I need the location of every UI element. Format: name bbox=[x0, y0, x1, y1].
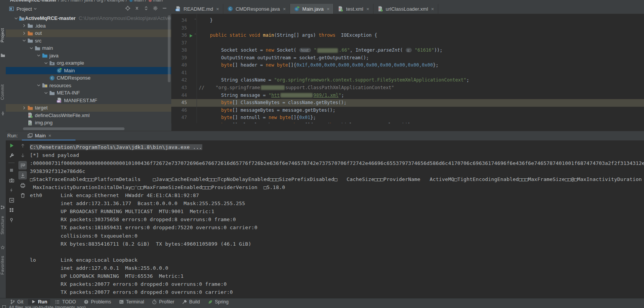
breadcrumb-item[interactable]: main bbox=[70, 0, 80, 3]
close-icon[interactable]: × bbox=[327, 6, 330, 12]
toolwindow-button-profiler[interactable]: Profiler bbox=[149, 299, 177, 305]
breadcrumb-item[interactable]: java bbox=[84, 0, 93, 3]
tab-main-java[interactable]: CMain.java× bbox=[290, 4, 334, 14]
tool-stripe-favorites[interactable]: Favorites bbox=[0, 253, 6, 278]
console-line: [*] send payload bbox=[30, 151, 644, 159]
run-console[interactable]: C:\Penetration\ProgramTools\Java\jdk1.8\… bbox=[30, 140, 644, 298]
settings-icon[interactable] bbox=[152, 5, 158, 11]
run-tab-main[interactable]: Main× bbox=[24, 131, 54, 140]
toolwindow-button-todo[interactable]: TODO bbox=[52, 299, 79, 305]
close-icon[interactable]: × bbox=[431, 6, 434, 12]
close-icon[interactable]: × bbox=[216, 6, 219, 12]
close-icon[interactable]: × bbox=[366, 6, 369, 12]
tab-readme-md[interactable]: MDREADME.md× bbox=[171, 4, 223, 14]
close-icon[interactable]: × bbox=[48, 133, 51, 139]
restore-button[interactable] bbox=[7, 196, 16, 204]
tree-item-out[interactable]: out bbox=[6, 29, 171, 37]
chevron-down-icon[interactable] bbox=[35, 83, 42, 88]
folder-tool-icon[interactable] bbox=[0, 53, 5, 58]
code-token: byte bbox=[330, 122, 341, 123]
chevron-right-icon[interactable] bbox=[21, 31, 27, 36]
tree-item-main[interactable]: CMain bbox=[6, 67, 171, 75]
code-line: } bbox=[199, 17, 213, 24]
chevron-down-icon[interactable] bbox=[43, 60, 49, 66]
pin-button[interactable] bbox=[7, 216, 16, 224]
stop-button[interactable] bbox=[7, 166, 16, 174]
tab-urlclassloader-xml[interactable]: urlClassLoader.xml× bbox=[374, 4, 438, 14]
commit-tool-icon[interactable] bbox=[0, 111, 5, 116]
tab-cmdresponse-java[interactable]: CCMDResponse.java× bbox=[223, 4, 290, 14]
zap-button[interactable] bbox=[7, 186, 16, 194]
tree-horizontal-scrollbar[interactable] bbox=[23, 127, 125, 130]
grid-button[interactable] bbox=[7, 206, 16, 214]
chevron-down-icon[interactable] bbox=[21, 38, 27, 43]
collapse-all-icon[interactable] bbox=[134, 5, 140, 11]
tree-item-resources[interactable]: resources bbox=[6, 82, 171, 90]
chevron-down-icon[interactable] bbox=[33, 7, 38, 11]
tool-stripe-commit[interactable]: Commit bbox=[0, 79, 6, 106]
breadcrumb-item[interactable]: example bbox=[107, 0, 125, 3]
tree-item--idea[interactable]: .idea bbox=[6, 22, 171, 30]
chevron-down-icon[interactable] bbox=[35, 53, 42, 58]
tree-item-img-png[interactable]: img.png bbox=[6, 119, 171, 127]
project-panel: Project ActiveMqRCE-masterC:\Users\Anony… bbox=[6, 4, 172, 131]
tree-item-activemqrce-master[interactable]: ActiveMqRCE-masterC:\Users\Anonymous\Des… bbox=[6, 15, 171, 22]
tab-test-xml[interactable]: test.xml× bbox=[334, 4, 373, 14]
tree-item-label: CMDResponse bbox=[57, 75, 90, 81]
breadcrumb-item[interactable]: main bbox=[153, 0, 163, 3]
chevron-down-icon[interactable] bbox=[13, 16, 19, 21]
locate-icon[interactable] bbox=[125, 5, 131, 11]
close-icon[interactable]: × bbox=[283, 6, 286, 12]
arrow-up-button[interactable] bbox=[18, 141, 27, 150]
svg-text:C: C bbox=[229, 7, 231, 11]
tree-item-main[interactable]: main bbox=[6, 44, 171, 52]
toolwindow-button-git[interactable]: Git bbox=[7, 299, 26, 305]
chevron-down-icon[interactable] bbox=[43, 90, 49, 96]
breadcrumb-item[interactable]: org bbox=[97, 0, 103, 3]
line-number: 47 bbox=[171, 114, 187, 122]
breadcrumb-item[interactable]: Main bbox=[134, 0, 144, 3]
expand-all-icon[interactable] bbox=[143, 5, 149, 11]
tree-item-meta-inf[interactable]: META-INF bbox=[6, 89, 171, 97]
chevron-down-icon[interactable] bbox=[28, 46, 34, 51]
tool-stripe-project[interactable]: Project bbox=[0, 21, 6, 50]
camera-button[interactable] bbox=[7, 176, 16, 184]
hide-icon[interactable] bbox=[162, 5, 167, 11]
breadcrumb-item[interactable]: ActiveMqRCE-master bbox=[10, 0, 57, 3]
toolwindow-button-terminal[interactable]: Terminal bbox=[116, 299, 147, 305]
chevron-right-icon[interactable] bbox=[21, 105, 27, 111]
tool-stripe-structure[interactable]: Structure bbox=[0, 212, 6, 238]
tree-item-label: resources bbox=[49, 83, 71, 88]
scroll-end-button[interactable] bbox=[18, 171, 27, 179]
soft-wrap-button[interactable] bbox=[18, 161, 27, 169]
rerun-button[interactable] bbox=[7, 141, 16, 150]
favorites-tool-icon[interactable] bbox=[0, 245, 5, 250]
tree-vertical-scrollbar[interactable] bbox=[168, 15, 170, 82]
code-editor[interactable]: 34⌃ }3536⌃ public static void main(Strin… bbox=[171, 14, 644, 123]
toolwindow-button-spring[interactable]: Spring bbox=[205, 299, 232, 305]
run-line-icon[interactable] bbox=[189, 33, 193, 39]
breadcrumb-item[interactable]: src bbox=[61, 0, 67, 3]
structure-tool-icon[interactable] bbox=[0, 205, 5, 210]
toolwindow-button-problems[interactable]: Problems bbox=[80, 299, 114, 305]
tree-item-cmdresponse[interactable]: CCMDResponse bbox=[6, 74, 171, 82]
tree-item-org-example[interactable]: org.example bbox=[6, 59, 171, 67]
code-token: 0x00 bbox=[313, 122, 324, 123]
tree-item-defineclasswritefile-xml[interactable]: defineClassWriteFile.xml bbox=[6, 112, 171, 119]
toolwindow-button-run[interactable]: Run bbox=[28, 299, 50, 305]
project-panel-title[interactable]: Project bbox=[16, 6, 32, 12]
fold-marker-icon[interactable]: ⌃ bbox=[194, 18, 196, 22]
arrow-down-button[interactable] bbox=[18, 151, 27, 160]
package-icon bbox=[49, 60, 57, 66]
tree-item-manifest-mf[interactable]: MFMANIFEST.MF bbox=[6, 97, 171, 104]
trash-button[interactable] bbox=[18, 191, 27, 199]
fold-marker-icon[interactable]: ⌃ bbox=[194, 33, 196, 37]
tree-item-src[interactable]: src bbox=[6, 37, 171, 45]
tree-item-target[interactable]: target bbox=[6, 104, 171, 112]
wrench-button[interactable] bbox=[7, 151, 16, 160]
toolwindow-button-build[interactable]: Build bbox=[179, 299, 203, 305]
chevron-right-icon[interactable] bbox=[21, 23, 27, 28]
toolwindow-button-label: Build bbox=[189, 299, 200, 305]
printer-button[interactable] bbox=[18, 181, 27, 189]
tree-item-java[interactable]: java bbox=[6, 52, 171, 60]
